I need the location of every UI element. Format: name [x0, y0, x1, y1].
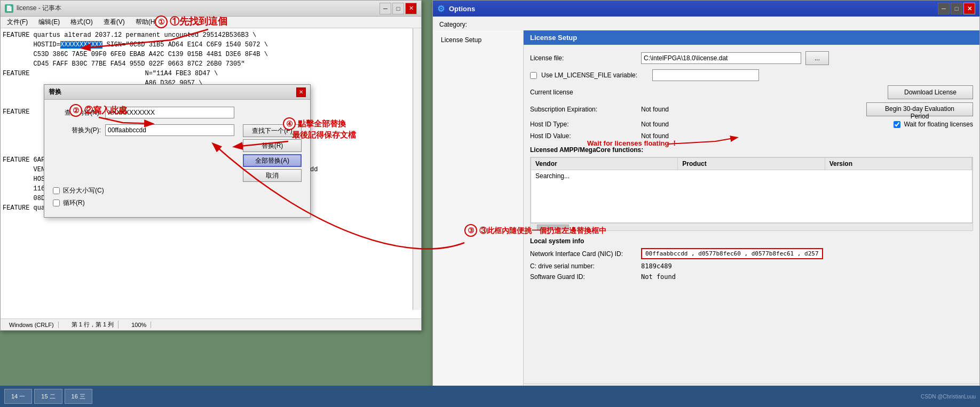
replace-row: 替换为(P): — [53, 124, 234, 136]
close-button[interactable]: ✕ — [405, 3, 417, 14]
case-label: 区分大小写(C) — [63, 186, 104, 195]
replace-all-button[interactable]: 全部替换(A) — [243, 154, 302, 167]
taskbar: 14 一 15 二 16 三 CSDN @ChristianLuuu — [0, 386, 980, 407]
sidebar-item-license-setup[interactable]: License Setup — [435, 33, 521, 47]
replace-input[interactable] — [105, 124, 234, 136]
c-drive-row: C: drive serial number: 8189c489 — [530, 262, 973, 270]
vendor-col-header: Vendor — [531, 158, 678, 170]
lm-license-row: Use LM_LICENSE_FILE variable: — [530, 69, 973, 81]
license-setup-header: License Setup — [524, 30, 979, 45]
local-system-info: Local system info Network Interface Card… — [530, 237, 973, 281]
case-checkbox[interactable] — [53, 187, 60, 194]
host-id-value-label: Host ID Value: — [530, 132, 637, 140]
replace-title-text: 替换 — [49, 87, 61, 97]
sub-expiry-value: Not found — [641, 106, 669, 113]
loop-label: 循环(R) — [63, 198, 85, 208]
options-main-panel: License Setup License file: ... Use LM_L… — [524, 30, 979, 406]
host-id-type-label: Host ID Type: — [530, 121, 637, 128]
notepad-icon: 📄 — [5, 4, 13, 13]
taskbar-item-2[interactable]: 15 二 — [34, 389, 62, 404]
sub-expiry-row: Subscription Expiration: Not found Begin… — [530, 102, 973, 116]
c-drive-value: 8189c489 — [641, 262, 672, 270]
scroll-thumb[interactable] — [537, 225, 569, 230]
taskbar-item-3[interactable]: 16 三 — [65, 389, 92, 404]
maximize-button[interactable]: □ — [392, 3, 404, 14]
wait-floating-label: Wait for floating licenses — [904, 121, 973, 128]
options-sidebar: License Setup — [433, 30, 524, 406]
nic-value: 00ffaabbccdd , d0577b8fec60 , d0577b8fec… — [641, 248, 823, 259]
host-id-value: Not found — [641, 132, 669, 140]
lm-license-value-input[interactable] — [652, 69, 759, 81]
menu-format[interactable]: 格式(O) — [66, 17, 97, 28]
lm-license-checkbox[interactable] — [530, 72, 537, 79]
wait-floating-checkbox[interactable] — [894, 121, 900, 128]
software-guard-value: Not found — [641, 273, 676, 281]
options-close[interactable]: ✕ — [963, 3, 975, 14]
product-col-header: Product — [678, 158, 825, 170]
current-license-label: Current license — [530, 89, 637, 96]
searching-text: Searching... — [535, 172, 570, 180]
nic-row: Network Interface Card (NIC) ID: 00ffaab… — [530, 248, 973, 259]
options-title-bar: ⚙ Options ─ □ ✕ — [433, 1, 979, 17]
zoom-status: 100% — [127, 322, 151, 328]
notepad-title-bar: 📄 license - 记事本 ─ □ ✕ — [1, 1, 421, 17]
c-drive-label: C: drive serial number: — [530, 262, 637, 270]
category-label: Category: — [433, 17, 979, 30]
case-checkbox-row: 区分大小写(C) — [53, 186, 302, 195]
begin-eval-button[interactable]: Begin 30-day Evaluation Period — [866, 102, 973, 116]
dialog-checkboxes: 区分大小写(C) 循环(R) — [53, 186, 302, 208]
loop-checkbox[interactable] — [53, 199, 60, 206]
table-header: Vendor Product Version — [531, 157, 973, 170]
local-info-title: Local system info — [530, 237, 973, 245]
lm-license-label: Use LM_LICENSE_FILE variable: — [541, 71, 648, 79]
replace-dialog-title: 替换 ✕ — [44, 85, 310, 100]
replace-button[interactable]: 替换(R) — [243, 139, 302, 152]
find-input[interactable] — [105, 107, 234, 118]
menu-file[interactable]: 文件(F) — [3, 17, 32, 28]
host-id-value-row: Host ID Value: Not found — [530, 132, 973, 140]
cancel-button[interactable]: 取消 — [243, 169, 302, 182]
notepad-status-bar: Windows (CRLF) 第 1 行，第 1 列 100% — [1, 318, 421, 330]
software-guard-label: Software Guard ID: — [530, 273, 637, 281]
replace-close-button[interactable]: ✕ — [296, 87, 306, 97]
find-row: 查找内容(N): — [53, 106, 302, 119]
host-id-type-value: Not found — [641, 121, 669, 128]
browse-button[interactable]: ... — [805, 51, 829, 65]
options-maximize[interactable]: □ — [951, 3, 962, 14]
nic-label: Network Interface Card (NIC) ID: — [530, 250, 637, 258]
options-window: ⚙ Options ─ □ ✕ Category: License Setup … — [432, 0, 980, 407]
menu-help[interactable]: 帮助(H) — [131, 17, 162, 28]
license-file-label: License file: — [530, 54, 637, 62]
taskbar-item-1[interactable]: 14 一 — [4, 389, 32, 404]
menu-edit[interactable]: 编辑(E) — [34, 17, 64, 28]
license-file-row: License file: ... — [530, 51, 973, 65]
license-file-input[interactable] — [641, 52, 801, 64]
horizontal-scrollbar[interactable] — [531, 223, 973, 230]
host-id-type-row: Host ID Type: Not found Wait for floatin… — [530, 121, 973, 128]
find-next-button[interactable]: 查找下一个(F) — [243, 124, 302, 137]
find-label: 查找内容(N): — [53, 108, 101, 117]
dialog-buttons: 查找下一个(F) 替换(R) 全部替换(A) 取消 — [243, 124, 302, 182]
notepad-menu-bar: 文件(F) 编辑(E) 格式(O) 查看(V) 帮助(H) — [1, 17, 421, 28]
sub-expiry-label: Subscription Expiration: — [530, 106, 637, 113]
download-license-button[interactable]: Download License — [888, 85, 973, 99]
options-body: License Setup License Setup License file… — [433, 30, 979, 406]
version-col-header: Version — [825, 158, 972, 170]
minimize-button[interactable]: ─ — [380, 3, 391, 14]
menu-view[interactable]: 查看(V) — [99, 17, 129, 28]
replace-dialog: 替换 ✕ 查找内容(N): 替换为(P): 查找下一个(F) 替换(R) 全部替… — [44, 84, 311, 218]
replace-dialog-body: 查找内容(N): 替换为(P): 查找下一个(F) 替换(R) 全部替换(A) … — [44, 100, 310, 217]
ampp-table[interactable]: Vendor Product Version Searching... — [530, 157, 973, 231]
watermark: CSDN @ChristianLuuu — [921, 394, 976, 400]
notepad-title: license - 记事本 — [17, 4, 61, 13]
licensed-ampp-label: Licensed AMPP/MegaCore functions: — [530, 146, 973, 154]
options-minimize[interactable]: ─ — [938, 3, 950, 14]
license-setup-body: License file: ... Use LM_LICENSE_FILE va… — [524, 45, 979, 384]
notepad-scrollbar[interactable] — [413, 28, 421, 310]
options-title-text: Options — [449, 5, 475, 13]
loop-checkbox-row: 循环(R) — [53, 198, 302, 208]
table-body: Searching... — [531, 170, 973, 223]
software-guard-row: Software Guard ID: Not found — [530, 273, 973, 281]
position-status: 第 1 行，第 1 列 — [67, 321, 118, 329]
encoding-status: Windows (CRLF) — [5, 322, 59, 328]
